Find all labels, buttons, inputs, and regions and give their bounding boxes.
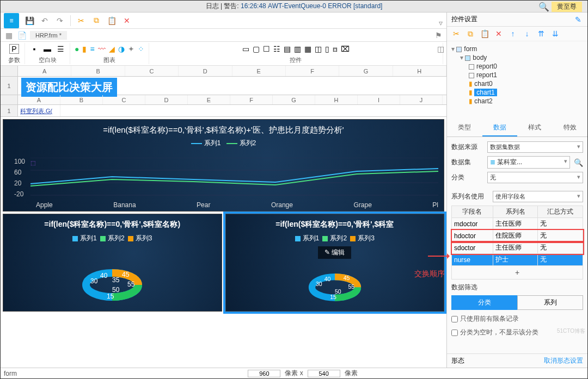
cancel-shape-link[interactable]: 取消形态设置 [544,356,583,365]
field-table[interactable]: 字段名 系列名 汇总方式 mdoctor主任医师无 hdoctor住院医师无 s… [451,206,583,266]
donut-chart-1[interactable]: =if(len($科室名称)==0,'骨科',$科室名称) 系列1 系列2 系列… [3,214,222,312]
col-H[interactable]: H [393,66,446,76]
seriesuse-select[interactable]: 使用字段名 [493,191,583,202]
gauge-chart-icon[interactable]: ◑ [118,45,125,53]
tab-style[interactable]: 样式 [517,120,553,136]
s2-col-E[interactable]: E [188,95,230,104]
block1-icon[interactable]: ▪ [29,44,39,54]
widget4-icon[interactable]: ☷ [273,45,280,53]
s2-col-A[interactable]: A [18,95,60,104]
line-chart-widget[interactable]: =if(len($科室名称)==0,'骨科',$科室名称)+'医、护患比月度趋势… [3,119,444,212]
r-up-icon[interactable]: ↑ [508,29,518,39]
s2-col-G[interactable]: G [273,95,315,104]
strip-icon2[interactable]: ◫ [436,44,445,54]
widget10-icon[interactable]: ⧈ [333,45,338,54]
stack-chart-icon[interactable]: ≡ [90,45,94,53]
block2-icon[interactable]: ▬ [42,44,52,54]
pie-chart-icon[interactable]: ● [75,45,79,53]
r-top-icon[interactable]: ⇈ [536,29,546,39]
redo-icon[interactable]: ↷ [55,16,65,26]
strip-icon1[interactable]: ▿ [436,18,445,28]
s2-col-I[interactable]: I [358,95,400,104]
app-logo-icon[interactable]: ≡ [4,13,19,28]
s2-col-H[interactable]: H [315,95,358,104]
file-tab-bar: ▦ 📄 HRP.frm * ⚑ [1,29,446,42]
search-icon[interactable]: 🔍 [538,2,549,12]
tree-report1[interactable]: report1 [476,71,497,79]
donut-chart-2-selected[interactable]: =if(len($科室名称)==0,'骨科',$科室 系列1 系列2 系列3 ✎… [225,214,445,312]
user-badge[interactable]: 黄至尊 [552,2,582,12]
tree-body[interactable]: body [473,54,487,61]
s2-col-C[interactable]: C [103,95,145,104]
widget6-icon[interactable]: ▥ [294,45,301,53]
add-row-button[interactable]: + [451,266,583,279]
row1-num[interactable]: 1 [1,77,18,95]
edit-button[interactable]: ✎ 编辑 [318,246,351,259]
tab-type[interactable]: 类型 [447,120,482,136]
scatter-chart-icon[interactable]: ⁘ [138,45,144,53]
s2-cell-A1[interactable]: 科室列表.G( [18,105,60,116]
height-input[interactable] [308,370,340,377]
widget8-icon[interactable]: ◫ [315,45,322,53]
width-input[interactable] [248,370,280,377]
tree-chart1-selected[interactable]: chart1 [474,89,497,96]
dataset-select[interactable]: ≣ 某科室... [487,156,570,169]
widget9-icon[interactable]: ▯ [325,45,329,53]
tree-chart0[interactable]: chart0 [474,80,492,88]
widget2-icon[interactable]: ▢ [253,45,260,53]
copy-icon[interactable]: ⧉ [91,16,101,26]
col-G[interactable]: G [339,66,393,76]
category-select[interactable]: 无 [487,172,583,183]
area-chart-icon[interactable]: ◢ [109,45,115,53]
dataset-search-icon[interactable]: 🔍 [573,158,583,167]
component-tree[interactable]: ▾ form ▾ body report0 report1 ▮ chart0 ▮… [447,41,587,109]
filter-tab-series[interactable]: 系列 [517,295,583,310]
delete-icon[interactable]: ✕ [122,16,132,26]
tab-data[interactable]: 数据 [482,120,518,136]
line-chart-icon[interactable]: 〰 [98,45,106,53]
tree-report0[interactable]: report0 [476,63,497,70]
filter-tab-category[interactable]: 分类 [451,295,517,310]
s2-col-B[interactable]: B [60,95,103,104]
cut-icon[interactable]: ✂ [76,16,86,26]
paste-icon[interactable]: 📋 [107,16,117,26]
col-F[interactable]: F [286,66,339,76]
tab-effect[interactable]: 特效 [553,120,588,136]
side-strip: ▿ ◫ [435,13,446,54]
r-down-icon[interactable]: ↓ [522,29,532,39]
col-B[interactable]: B [71,66,125,76]
widget11-icon[interactable]: ⌧ [341,45,350,53]
undo-icon[interactable]: ↶ [40,16,50,26]
param-icon[interactable]: P [9,44,19,54]
save-icon[interactable]: 💾 [24,16,34,26]
r-delete-icon[interactable]: ✕ [494,29,504,39]
s2-col-J[interactable]: J [400,95,443,104]
col-C[interactable]: C [125,66,179,76]
file-tab[interactable]: HRP.frm * [30,31,67,40]
tree-form[interactable]: form [464,45,477,53]
chk-limit[interactable]: 只使用前有限条记录 [451,314,583,324]
r-bottom-icon[interactable]: ⇊ [550,29,560,39]
tree-chart2[interactable]: chart2 [474,97,492,105]
widget5-icon[interactable]: ▤ [284,45,291,53]
r-paste-icon[interactable]: 📋 [480,29,489,39]
grid-icon[interactable]: ▦ [4,30,14,40]
edit-icon[interactable]: ✎ [573,15,583,24]
bar-chart-icon[interactable]: ▮ [82,45,87,53]
block3-icon[interactable]: ☰ [56,44,65,54]
widget1-icon[interactable]: ▭ [242,45,249,53]
widget7-icon[interactable]: ▦ [304,45,311,53]
radar-chart-icon[interactable]: ✦ [128,45,134,53]
col-E[interactable]: E [232,66,286,76]
widget3-icon[interactable]: ☐ [263,45,270,53]
datasource-select[interactable]: 数据集数据 [487,141,583,153]
col-A[interactable]: A [18,66,71,76]
s2-col-D[interactable]: D [145,95,188,104]
s2-row1-num[interactable]: 1 [1,105,18,116]
title-cell[interactable]: 资源配比决策大屏 [21,78,117,97]
r-cut-icon[interactable]: ✂ [451,29,461,39]
r-copy-icon[interactable]: ⧉ [465,29,475,39]
design-canvas[interactable]: A B C D E F G H 1 资源配比决策大屏 [1,66,446,368]
s2-col-F[interactable]: F [230,95,273,104]
col-D[interactable]: D [179,66,232,76]
